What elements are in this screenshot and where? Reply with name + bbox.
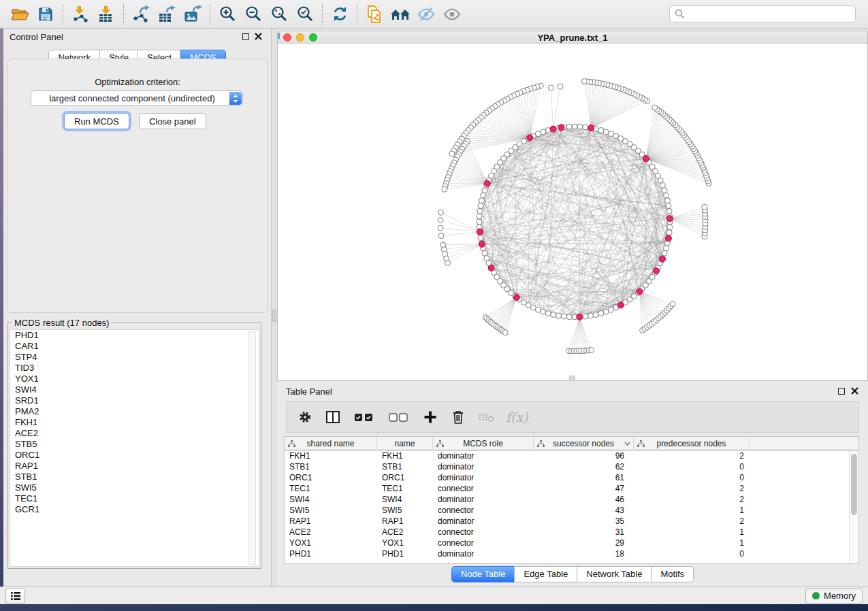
graph-node[interactable] [438,225,443,231]
list-item[interactable]: TID3 [10,363,259,374]
tab-edge-table[interactable]: Edge Table [514,566,577,582]
list-item[interactable]: PHD1 [10,330,259,341]
list-item[interactable]: YOX1 [10,374,259,384]
table-row[interactable]: RAP1RAP1dominator352 [285,516,858,527]
graph-node[interactable] [603,309,609,314]
graph-dominator-node[interactable] [477,229,483,235]
cell-shared-name[interactable]: STB1 [285,461,377,472]
cell-predecessor-nodes[interactable]: 0 [634,548,750,559]
cell-name[interactable]: FKH1 [377,450,433,461]
column-header-successor-nodes[interactable]: successor nodes [534,437,634,450]
canvas-resize-grip[interactable] [569,376,575,380]
graph-node[interactable] [583,314,588,319]
list-item[interactable]: RAP1 [10,461,259,472]
graph-node[interactable] [438,218,443,223]
cell-shared-name[interactable]: TEC1 [285,483,377,494]
graph-dominator-node[interactable] [513,295,519,301]
graph-dominator-node[interactable] [527,135,533,141]
cell-successor-nodes[interactable]: 47 [534,483,634,494]
graph-node[interactable] [603,129,609,135]
cell-mcds-role[interactable]: connector [433,527,534,538]
search-box[interactable] [669,5,856,22]
cell-shared-name[interactable]: YOX1 [285,538,377,548]
panel-splitter[interactable] [272,29,277,587]
cell-name[interactable]: ACE2 [377,527,433,538]
table-scrollbar[interactable] [849,450,858,563]
cell-successor-nodes[interactable]: 31 [534,527,634,538]
network-canvas[interactable] [278,44,867,380]
import-table-button[interactable] [93,3,119,26]
graph-dominator-node[interactable] [577,314,583,320]
graph-node[interactable] [502,330,508,335]
cell-mcds-role[interactable]: dominator [433,461,534,472]
list-item[interactable]: SWI5 [10,482,259,493]
graph-node[interactable] [438,233,444,239]
graph-node[interactable] [545,311,551,316]
graph-node[interactable] [664,193,669,198]
close-panel-button[interactable]: Close panel [139,113,206,129]
cell-name[interactable]: ORC1 [377,472,433,483]
graph-dominator-node[interactable] [665,235,671,242]
graph-node[interactable] [442,186,447,192]
cell-name[interactable]: PHD1 [377,548,433,559]
tab-network-table[interactable]: Network Table [577,566,652,582]
graph-node[interactable] [541,129,546,135]
graph-dominator-node[interactable] [550,126,556,132]
graph-dominator-node[interactable] [588,125,594,131]
hide-selected-button[interactable] [413,3,439,26]
cell-name[interactable]: RAP1 [377,516,433,527]
graph-node[interactable] [561,314,566,319]
graph-dominator-node[interactable] [643,156,649,162]
table-row[interactable]: YOX1YOX1connector291 [285,538,858,548]
column-header-name[interactable]: name [377,437,433,450]
graph-node[interactable] [577,124,583,129]
settings-gear-icon[interactable] [297,409,313,425]
column-header-predecessor-nodes[interactable]: predecessor nodes [634,437,750,450]
cell-successor-nodes[interactable]: 96 [534,450,634,461]
graph-dominator-node[interactable] [637,288,643,295]
graph-node[interactable] [609,131,614,137]
cell-name[interactable]: TEC1 [377,483,433,494]
graph-node[interactable] [662,250,667,256]
graph-node[interactable] [670,301,675,307]
list-item[interactable]: STB1 [10,472,259,482]
cell-shared-name[interactable]: ORC1 [285,472,377,483]
tab-node-table[interactable]: Node Table [451,566,515,582]
graph-dominator-node[interactable] [666,216,673,222]
graph-node[interactable] [548,85,553,90]
splitter-grip[interactable] [272,310,276,322]
graph-node[interactable] [666,230,672,235]
graph-node[interactable] [666,208,672,214]
graph-node[interactable] [589,347,594,352]
list-item[interactable]: STB5 [10,439,259,450]
cell-predecessor-nodes[interactable]: 1 [634,538,750,548]
close-panel-icon[interactable] [850,386,859,395]
cell-mcds-role[interactable]: connector [433,505,534,516]
cell-predecessor-nodes[interactable]: 0 [634,472,750,483]
cell-shared-name[interactable]: SWI5 [285,505,377,516]
cell-successor-nodes[interactable]: 62 [534,461,634,472]
graph-node[interactable] [702,204,707,210]
list-item[interactable]: TEC1 [10,493,259,504]
cell-predecessor-nodes[interactable]: 1 [634,505,750,516]
list-item[interactable]: PMA2 [10,406,259,417]
cell-name[interactable]: SWI4 [377,494,433,505]
graph-node[interactable] [479,198,485,203]
graph-node[interactable] [482,188,487,193]
graph-node[interactable] [449,151,455,156]
select-all-columns-icon[interactable] [353,409,376,425]
column-header-shared-name[interactable]: shared name [285,437,377,450]
graph-dominator-node[interactable] [484,180,490,186]
show-all-button[interactable] [439,3,465,26]
graph-node[interactable] [477,214,482,219]
cell-name[interactable]: YOX1 [377,538,433,548]
table-row[interactable]: PHD1PHD1dominator180 [285,548,858,559]
graph-dominator-node[interactable] [659,256,665,262]
graph-dominator-node[interactable] [488,265,494,271]
export-table-button[interactable] [154,3,180,26]
cell-successor-nodes[interactable]: 35 [534,516,634,527]
list-item[interactable]: STP4 [10,352,259,363]
cell-mcds-role[interactable]: dominator [433,548,534,559]
open-file-button[interactable] [7,3,33,26]
cell-shared-name[interactable]: SWI4 [285,494,377,505]
